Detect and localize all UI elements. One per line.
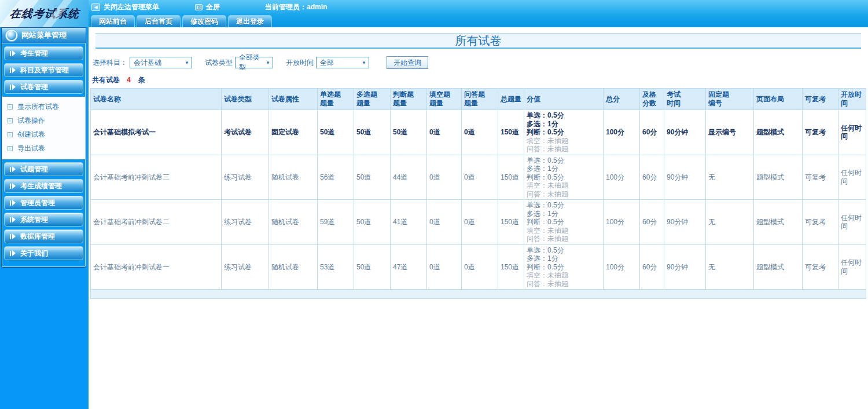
sidebar-header-label: 网站菜单管理: [21, 30, 67, 41]
cell-score-values: 单选：0.5分多选：1分判断：0.5分填空：未抽题问答：未抽题: [524, 200, 604, 245]
topbar-tab[interactable]: 后台首页: [137, 15, 181, 27]
query-button[interactable]: 开始查询: [387, 56, 428, 69]
cell-paper-attr: 固定试卷: [269, 110, 318, 155]
play-icon: [10, 183, 16, 189]
cell-paper-type: 练习试卷: [222, 200, 269, 245]
sidebar-subitem[interactable]: 创建试卷: [2, 127, 85, 141]
score-line: 多选：1分: [527, 254, 601, 263]
play-icon: [10, 217, 16, 222]
cell-total-score: 100分: [604, 110, 640, 155]
sidebar-section-button[interactable]: 系统管理: [4, 213, 83, 227]
cell-open-time: 任何时间: [838, 110, 866, 155]
menu-sphere-icon: [7, 31, 16, 40]
sidebar-section-button[interactable]: 管理员管理: [4, 196, 83, 210]
table-row: 会计基础考前冲刺试卷一练习试卷随机试卷53道50道47道0道0道150道单选：0…: [91, 244, 866, 290]
column-header: 试卷属性: [269, 89, 318, 110]
score-line: 问答：未抽题: [527, 280, 601, 289]
sidebar-section-button[interactable]: 关于我们: [4, 246, 83, 260]
play-icon: [10, 50, 16, 56]
cell-exam-duration: 90分钟: [664, 200, 706, 245]
sidebar-section-button[interactable]: 考生管理: [4, 46, 83, 60]
sidebar-section-label: 关于我们: [20, 249, 48, 258]
cell-exam-duration: 90分钟: [664, 244, 706, 290]
open-time-select[interactable]: 全部 ▼: [316, 57, 369, 68]
play-icon: [10, 250, 16, 256]
open-time-filter-label: 开放时间: [286, 58, 314, 68]
open-time-select-value: 全部: [320, 58, 334, 68]
sidebar-section-label: 考生成绩管理: [20, 181, 62, 191]
table-footer-row: [91, 290, 866, 299]
list-square-icon: [8, 132, 13, 137]
cell-single-count: 56道: [318, 155, 354, 200]
cell-paper-name: 会计基础考前冲刺试卷二: [91, 200, 222, 245]
cell-retake: 可复考: [803, 110, 838, 155]
content-area: 所有试卷 选择科目： 会计基础 ▼ 试卷类型 全部类型 ▼ 开放时间 全部 ▼ …: [89, 27, 868, 299]
sidebar-subitem[interactable]: 显示所有试卷: [2, 100, 85, 114]
cell-fixed-number: 无: [706, 200, 754, 245]
sidebar-section-button[interactable]: 试题管理: [4, 162, 83, 176]
cell-total-count: 150道: [498, 155, 524, 200]
sidebar-header: 网站菜单管理: [2, 28, 86, 43]
sidebar: 在线考试系统 网站菜单管理 考生管理科目及章节管理试卷管理显示所有试卷试卷操作创…: [0, 0, 89, 409]
cell-single-count: 59道: [318, 200, 354, 245]
cell-paper-type: 考试试卷: [222, 110, 269, 155]
cell-single-count: 53道: [318, 244, 354, 290]
column-header: 单选题 题量: [318, 89, 354, 110]
subject-filter-label: 选择科目：: [93, 58, 127, 68]
play-icon-bar: [10, 167, 11, 172]
filter-bar: 选择科目： 会计基础 ▼ 试卷类型 全部类型 ▼ 开放时间 全部 ▼ 开始查询: [93, 56, 866, 69]
subject-select[interactable]: 会计基础 ▼: [130, 57, 192, 68]
score-line: 多选：1分: [527, 120, 601, 129]
cell-pass-score: 60分: [640, 244, 664, 290]
app-root: 在线考试系统 网站菜单管理 考生管理科目及章节管理试卷管理显示所有试卷试卷操作创…: [0, 0, 868, 409]
sidebar-section-button[interactable]: 考生成绩管理: [4, 179, 83, 193]
cell-single-count: 50道: [318, 110, 354, 155]
collapse-menu-control[interactable]: ◀ 关闭左边管理菜单: [91, 2, 159, 12]
cell-exam-duration: 90分钟: [664, 155, 706, 200]
play-icon-bar: [10, 251, 11, 256]
fullscreen-control[interactable]: 全屏: [195, 2, 220, 12]
column-header: 分值: [524, 89, 604, 110]
cell-paper-attr: 随机试卷: [269, 155, 318, 200]
score-line: 单选：0.5分: [527, 201, 601, 210]
table-header-row: 试卷名称试卷类型试卷属性单选题 题量多选题 题量判断题 题量填空题 题量问答题 …: [91, 89, 866, 110]
column-header: 总题量: [498, 89, 524, 110]
list-square-icon: [8, 104, 13, 109]
cell-paper-type: 练习试卷: [222, 155, 269, 200]
sidebar-section-button[interactable]: 试卷管理: [4, 80, 83, 94]
cell-judge-count: 50道: [391, 110, 427, 155]
sidebar-section-label: 科目及章节管理: [20, 65, 69, 75]
sidebar-subitem[interactable]: 试卷操作: [2, 114, 85, 127]
fullscreen-label: 全屏: [206, 2, 220, 12]
play-icon: [10, 233, 16, 239]
sidebar-menu: 考生管理科目及章节管理试卷管理显示所有试卷试卷操作创建试卷导出试卷试题管理考生成…: [2, 46, 86, 260]
cell-fixed-number: 无: [706, 244, 754, 290]
cell-pass-score: 60分: [640, 155, 664, 200]
play-icon-triangle: [12, 200, 16, 206]
topbar-tabs: 网站前台后台首页修改密码退出登录: [91, 15, 272, 27]
fullscreen-icon: [195, 4, 203, 10]
cell-open-time: 任何时间: [838, 200, 866, 245]
type-select[interactable]: 全部类型 ▼: [235, 57, 273, 68]
play-icon-bar: [10, 51, 11, 56]
cell-open-time: 任何时间: [838, 155, 866, 200]
score-line: 问答：未抽题: [527, 145, 601, 154]
cell-fixed-number: 无: [706, 155, 754, 200]
collapse-arrow-icon: ◀: [91, 3, 100, 11]
column-header: 多选题 题量: [354, 89, 391, 110]
topbar-tab[interactable]: 网站前台: [91, 15, 135, 27]
score-line: 单选：0.5分: [527, 156, 601, 165]
sidebar-section-button[interactable]: 数据库管理: [4, 229, 83, 243]
topbar-tab[interactable]: 退出登录: [228, 15, 272, 27]
play-icon: [10, 200, 16, 206]
sidebar-section-label: 试题管理: [20, 165, 48, 174]
play-icon-triangle: [12, 217, 16, 222]
sidebar-section-button[interactable]: 科目及章节管理: [4, 63, 83, 77]
sidebar-subitem[interactable]: 导出试卷: [2, 141, 85, 155]
papers-table: 试卷名称试卷类型试卷属性单选题 题量多选题 题量判断题 题量填空题 题量问答题 …: [90, 88, 866, 299]
topbar-tab[interactable]: 修改密码: [182, 15, 226, 27]
play-icon-bar: [10, 200, 11, 206]
score-line: 填空：未抽题: [527, 227, 601, 235]
cell-score-values: 单选：0.5分多选：1分判断：0.5分填空：未抽题问答：未抽题: [524, 155, 604, 200]
cell-score-values: 单选：0.5分多选：1分判断：0.5分填空：未抽题问答：未抽题: [524, 110, 604, 155]
